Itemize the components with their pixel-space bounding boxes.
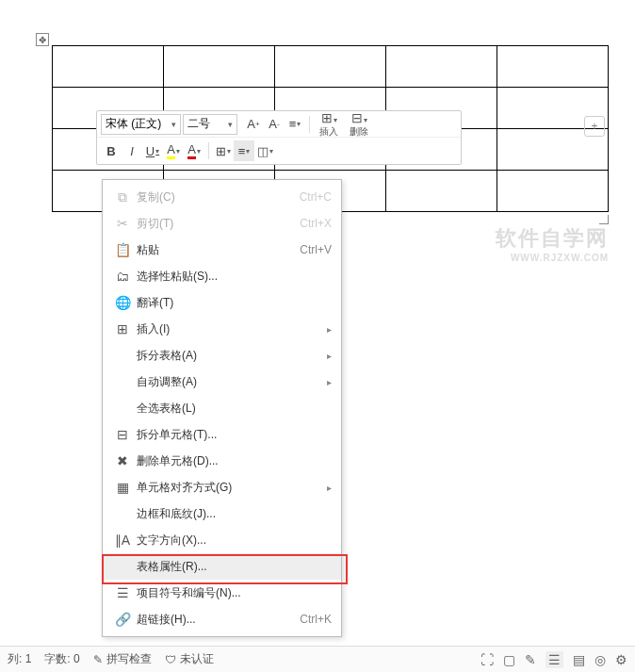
view-print-icon[interactable]: ▢: [503, 652, 515, 667]
chevron-right-icon: ▸: [327, 377, 332, 387]
status-bar: 列: 1 字数: 0 ✎拼写检查 🛡未认证 ⛶ ▢ ✎ ☰ ▤ ◎ ⚙: [0, 646, 635, 672]
menu-split-cell[interactable]: ⊟ 拆分单元格(T)...: [103, 421, 341, 448]
increase-font-button[interactable]: A+: [243, 114, 264, 135]
settings-icon[interactable]: ⚙: [615, 652, 627, 667]
menu-select-all-table[interactable]: 全选表格(L): [103, 395, 341, 421]
translate-icon: 🌐: [112, 295, 133, 310]
font-size-select[interactable]: 二号▾: [183, 114, 237, 135]
context-menu: ⧉ 复制(C) Ctrl+C ✂ 剪切(T) Ctrl+X 📋 粘贴 Ctrl+…: [102, 179, 342, 637]
text-direction-icon: ∥A: [112, 533, 133, 548]
status-column: 列: 1: [8, 651, 31, 667]
highlight-button[interactable]: A▾: [163, 140, 184, 161]
menu-insert[interactable]: ⊞ 插入(I) ▸: [103, 316, 341, 342]
font-color-button[interactable]: A▾: [184, 140, 204, 161]
bold-button[interactable]: B: [101, 140, 122, 161]
menu-text-direction[interactable]: ∥A 文字方向(X)...: [103, 527, 341, 553]
watermark: 软件自学网 WWW.RJZXW.COM: [496, 224, 609, 263]
line-spacing-button[interactable]: ≡▾: [285, 114, 305, 135]
insert-table-button[interactable]: ⊞▾ 插入: [314, 110, 344, 139]
underline-button[interactable]: U▾: [142, 140, 163, 161]
decrease-font-button[interactable]: A-: [264, 114, 285, 135]
view-web-icon[interactable]: ▤: [573, 652, 585, 667]
chevron-right-icon: ▸: [327, 483, 332, 493]
italic-button[interactable]: I: [122, 140, 142, 161]
status-spell-check[interactable]: ✎拼写检查: [93, 651, 152, 667]
shading-button[interactable]: ◫▾: [254, 140, 276, 161]
font-name-select[interactable]: 宋体 (正文)▾: [101, 114, 181, 135]
paste-icon: 📋: [112, 242, 133, 257]
menu-delete-cell[interactable]: ✖ 删除单元格(D)...: [103, 448, 341, 474]
split-cell-icon: ⊟: [112, 427, 133, 442]
menu-paste[interactable]: 📋 粘贴 Ctrl+V: [103, 237, 341, 263]
menu-hyperlink[interactable]: 🔗 超链接(H)... Ctrl+K: [103, 606, 341, 632]
delete-cell-icon: ✖: [112, 453, 133, 468]
table-move-handle[interactable]: ✥: [36, 33, 49, 46]
spellcheck-icon: ✎: [93, 653, 103, 666]
alignment-icon: ▦: [112, 480, 133, 495]
borders-button[interactable]: ⊞▾: [213, 140, 234, 161]
chevron-right-icon: ▸: [327, 351, 332, 361]
menu-auto-fit[interactable]: 自动调整(A) ▸: [103, 369, 341, 395]
link-icon: 🔗: [112, 612, 133, 627]
paste-special-icon: 🗂: [112, 269, 133, 284]
menu-table-properties[interactable]: 表格属性(R)...: [103, 553, 341, 580]
menu-cell-alignment[interactable]: ▦ 单元格对齐方式(G) ▸: [103, 474, 341, 500]
table-resize-handle[interactable]: [599, 215, 609, 224]
edit-icon[interactable]: ✎: [525, 652, 536, 667]
menu-paste-special[interactable]: 🗂 选择性粘贴(S)...: [103, 263, 341, 289]
status-verification[interactable]: 🛡未认证: [165, 651, 214, 667]
list-icon: ☰: [112, 585, 133, 600]
menu-translate[interactable]: 🌐 翻译(T): [103, 289, 341, 316]
chevron-right-icon: ▸: [327, 324, 332, 335]
fullscreen-icon[interactable]: ⛶: [480, 652, 494, 667]
view-page-icon[interactable]: ☰: [545, 651, 563, 668]
menu-bullets-numbering[interactable]: ☰ 项目符号和编号(N)...: [103, 580, 341, 606]
mini-toolbar: 宋体 (正文)▾ 二号▾ A+ A- ≡▾ ⊞▾ 插入 ⊟▾ 删除 B I U▾…: [96, 110, 462, 165]
align-button[interactable]: ≡▾: [234, 140, 254, 161]
delete-table-button[interactable]: ⊟▾ 删除: [344, 110, 374, 139]
menu-cut: ✂ 剪切(T) Ctrl+X: [103, 210, 341, 237]
menu-split-table[interactable]: 拆分表格(A) ▸: [103, 342, 341, 369]
menu-borders-shading[interactable]: 边框和底纹(J)...: [103, 500, 341, 527]
add-column-button[interactable]: +: [584, 116, 605, 137]
copy-icon: ⧉: [112, 189, 133, 205]
menu-copy: ⧉ 复制(C) Ctrl+C: [103, 184, 341, 210]
insert-icon: ⊞: [112, 321, 133, 336]
shield-icon: 🛡: [165, 653, 176, 666]
cut-icon: ✂: [112, 216, 133, 231]
status-word-count: 字数: 0: [44, 651, 79, 667]
view-outline-icon[interactable]: ◎: [594, 652, 606, 667]
